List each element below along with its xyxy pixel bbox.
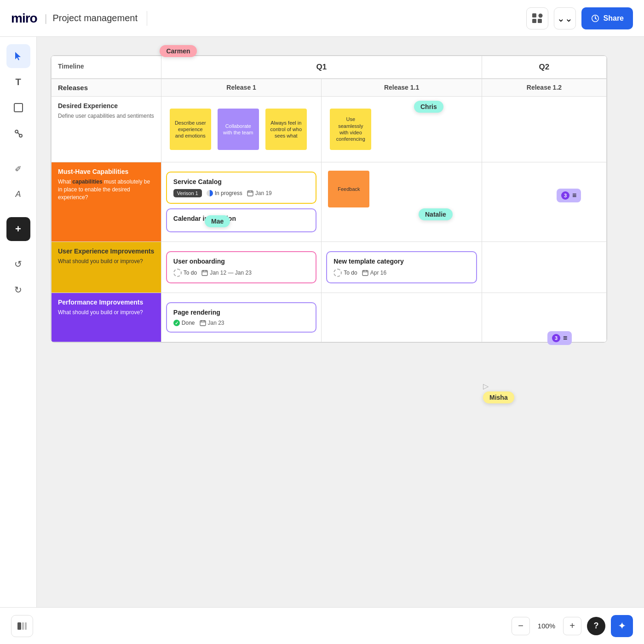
- release11-header: Release 1.1: [322, 79, 482, 97]
- label-releases: Releases: [52, 79, 161, 97]
- svg-rect-25: [17, 622, 21, 630]
- status-inprogress: In progress: [207, 190, 242, 196]
- natalie-bubble: Natalie: [419, 208, 453, 220]
- tool-sticky[interactable]: [6, 96, 30, 120]
- stickies-desired-r1: Describe user experience and emotions Co…: [166, 103, 317, 155]
- release12-header: Release 1.2: [482, 79, 606, 97]
- row-must-have: Must-Have Capabilities What capabilities…: [52, 162, 607, 242]
- topbar-right: ⌄⌄ Share: [526, 7, 633, 29]
- svg-rect-2: [532, 19, 536, 23]
- card-new-template[interactable]: New template category To do Apr 16: [326, 251, 477, 283]
- board: Timeline Q1 Q2 Releases Release 1 Releas…: [51, 55, 607, 343]
- sticky-video[interactable]: Use seamlessly with video conferencing: [330, 109, 371, 150]
- calendar-title: Calendar integration: [173, 215, 310, 222]
- card-page-rendering[interactable]: Page rendering Done Jan 23: [166, 302, 317, 333]
- main-area: T ✏ A + ↺ ↻ Carmen ▽ Chris ◁ Natalie ◁: [0, 37, 644, 644]
- page-rendering-date: Jan 23: [200, 320, 224, 326]
- project-title: Project management: [52, 13, 138, 23]
- must-have-release11-cell: Feedback: [322, 162, 482, 242]
- zoom-percent: 100%: [535, 622, 558, 630]
- desired-release1-cell: Describe user experience and emotions Co…: [161, 97, 322, 162]
- tool-connect[interactable]: [6, 121, 30, 145]
- svg-point-7: [19, 134, 22, 137]
- service-catalog-meta: Verison 1 In progress Jan 19: [173, 189, 310, 197]
- svg-rect-21: [200, 321, 206, 326]
- must-have-title: Must-Have Capabilities: [58, 168, 155, 175]
- sticky-describe[interactable]: Describe user experience and emotions: [170, 109, 211, 150]
- misha-bubble: Misha: [483, 391, 514, 403]
- card-calendar-integration[interactable]: Calendar integration: [166, 208, 317, 232]
- status-done-rendering: Done: [173, 320, 195, 326]
- avatar-misha: ▷ Misha: [483, 382, 489, 391]
- shapes-button[interactable]: [526, 7, 548, 29]
- more-button[interactable]: ⌄⌄: [554, 7, 576, 29]
- header-q1: Q1: [161, 56, 482, 79]
- left-toolbar: T ✏ A + ↺ ↻: [0, 37, 37, 644]
- ai-button[interactable]: ✦: [611, 615, 633, 637]
- card-service-catalog[interactable]: Service Catalog Verison 1 In progress Ja…: [166, 172, 317, 204]
- row-performance: Performance Improvements What should you…: [52, 293, 607, 342]
- status-todo-onboarding: To do: [173, 269, 197, 277]
- service-catalog-title: Service Catalog: [173, 178, 310, 185]
- new-template-date: Apr 16: [362, 270, 386, 276]
- comment-icon-2: ≡: [563, 334, 567, 342]
- tool-text[interactable]: T: [6, 70, 30, 94]
- user-onboarding-meta: To do Jan 12 — Jan 23: [173, 269, 310, 277]
- comment-bubble-2[interactable]: 3 ≡: [547, 331, 572, 345]
- comment-count-1: 3: [561, 191, 569, 200]
- row-user-experience: User Experience Improvements What should…: [52, 242, 607, 293]
- tool-text2[interactable]: A: [6, 182, 30, 206]
- comment-count-2: 3: [552, 334, 560, 342]
- release1-header: Release 1: [161, 79, 322, 97]
- mae-bubble: Mae: [205, 215, 230, 227]
- tool-add[interactable]: +: [6, 217, 30, 241]
- label-must-have: Must-Have Capabilities What capabilities…: [52, 162, 161, 242]
- desired-release12-cell: [482, 97, 606, 162]
- performance-release11-cell: [322, 293, 482, 342]
- performance-title: Performance Improvements: [58, 299, 155, 306]
- tool-undo[interactable]: ↺: [6, 252, 30, 276]
- label-user-experience: User Experience Improvements What should…: [52, 242, 161, 293]
- tool-redo[interactable]: ↻: [6, 278, 30, 302]
- svg-rect-26: [22, 622, 24, 630]
- sticky-control[interactable]: Always feel in control of who sees what: [265, 109, 307, 150]
- row-desired-experience: Desired Experience Define user capabilit…: [52, 97, 607, 162]
- comment-bubble-1[interactable]: 3 ≡: [557, 189, 581, 202]
- svg-rect-17: [362, 270, 368, 276]
- must-have-desc: What capabilities must absolutely be in …: [58, 178, 155, 201]
- zoom-in-button[interactable]: +: [563, 617, 581, 635]
- card-user-onboarding[interactable]: User onboarding To do Jan 12 — Jan 23: [166, 251, 317, 283]
- page-rendering-meta: Done Jan 23: [173, 320, 310, 326]
- stickies-desired-r11: Use seamlessly with video conferencing: [326, 103, 477, 155]
- new-template-title: New template category: [334, 258, 470, 265]
- service-catalog-date: Jan 19: [247, 190, 272, 196]
- user-exp-release12-cell: [482, 242, 606, 293]
- performance-release12-cell: [482, 293, 606, 342]
- bottom-bar: − 100% + ? ✦: [0, 607, 644, 644]
- panel-toggle-button[interactable]: [11, 615, 33, 637]
- svg-rect-9: [247, 191, 253, 196]
- sticky-collaborate[interactable]: Collaborate with the team: [218, 109, 259, 150]
- zoom-out-button[interactable]: −: [512, 617, 530, 635]
- share-button[interactable]: Share: [581, 7, 633, 29]
- bottom-left: [11, 615, 33, 637]
- tool-pen[interactable]: ✏: [1, 151, 35, 185]
- share-label: Share: [604, 14, 624, 23]
- user-onboarding-title: User onboarding: [173, 258, 310, 265]
- svg-point-1: [538, 13, 542, 17]
- header-timeline: Timeline: [52, 56, 161, 79]
- avatar-chris: Chris ◁: [414, 102, 420, 111]
- user-exp-desc: What should you build or improve?: [58, 258, 155, 265]
- misha-pointer-icon: ▷: [483, 382, 489, 391]
- sticky-feedback[interactable]: Feedback: [328, 171, 369, 207]
- help-button[interactable]: ?: [587, 617, 605, 635]
- user-exp-release11-cell: New template category To do Apr 16: [322, 242, 482, 293]
- user-exp-release1-cell: User onboarding To do Jan 12 — Jan 23: [161, 242, 322, 293]
- chevron-down-icon: ⌄⌄: [557, 13, 573, 24]
- header-q2: Q2: [482, 56, 606, 79]
- svg-rect-5: [14, 104, 23, 112]
- minus-icon: −: [518, 621, 523, 631]
- tool-cursor[interactable]: [6, 44, 30, 68]
- bottom-right: − 100% + ? ✦: [512, 615, 633, 637]
- ai-icon: ✦: [618, 620, 626, 632]
